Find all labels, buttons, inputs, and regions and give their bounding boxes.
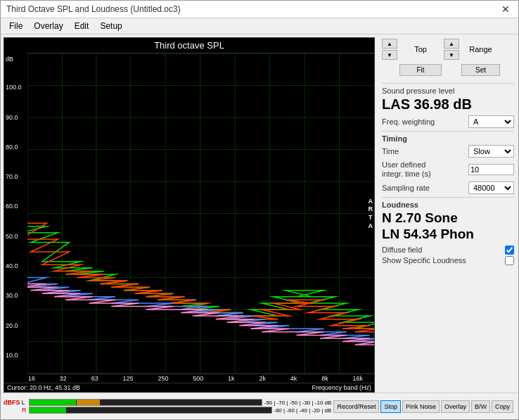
range-down-button[interactable]: ▼ [444,50,459,60]
y-label-80: 80.0 [6,144,25,151]
spl-section-label: Sound pressure level [382,87,514,95]
y-label-20: 20.0 [6,322,25,329]
timing-label: Timing [382,134,514,143]
record-reset-button[interactable]: Record/Reset [333,400,379,413]
set-button[interactable]: Set [461,64,500,76]
y-label-30: 30.0 [6,292,25,299]
user-defined-input[interactable] [468,164,514,175]
sampling-rate-select[interactable]: 441004800096000 [468,182,514,194]
chart-area: Third octave SPL dB 100.0 90.0 80.0 70.0… [1,34,378,393]
loudness-label: Loudness [382,201,514,209]
top-down-button[interactable]: ▼ [382,50,397,60]
sampling-rate-row: Sampling rate 441004800096000 [382,182,514,194]
x-label-32: 32 [60,375,67,382]
chart-bottom-info: Cursor: 20.0 Hz, 45.31 dB Frequency band… [4,383,375,393]
menu-bar: File Overlay Edit Setup [1,18,518,34]
top-markers: -90 | -70 | -50 | -30 | -10 dB [264,400,331,406]
freq-weighting-label: Freq. weighting [382,117,435,126]
y-label-50: 50.0 [6,233,25,240]
range-label: Range [461,45,500,53]
y-label-10: 10.0 [6,352,25,359]
y-label-90: 90.0 [6,114,25,121]
copy-button[interactable]: Copy [492,400,513,413]
bottom-bar: dBFS L -90 | -70 | -50 | -30 | -10 dB R … [1,393,518,419]
bw-button[interactable]: B/W [471,400,490,413]
show-specific-checkbox[interactable] [505,256,514,265]
pink-noise-button[interactable]: Pink Noise [402,400,440,413]
level-meter-l-warn [77,400,100,405]
range-up-button[interactable]: ▲ [444,39,459,49]
stop-button[interactable]: Stop [380,400,401,413]
y-label-100: 100.0 [6,84,25,91]
x-label-1k: 1k [228,375,235,382]
x-label-63: 63 [91,375,98,382]
y-label-40: 40.0 [6,262,25,269]
top-arrows: ▲ ▼ [382,39,397,60]
range-arrows: ▲ ▼ [444,39,459,60]
user-defined-label: User definedintegr. time (s) [382,160,431,179]
y-axis: dB 100.0 90.0 80.0 70.0 60.0 50.0 40.0 3… [4,53,27,374]
show-specific-label: Show Specific Loudness [382,256,466,265]
main-content: Third octave SPL dB 100.0 90.0 80.0 70.0… [1,34,518,393]
dbfs-label: dBFS [4,399,20,406]
window-title: Third Octave SPL and Loudness (Untitled.… [6,4,181,14]
menu-file[interactable]: File [4,20,28,32]
x-label-250: 250 [158,375,168,382]
level-meter-r [29,407,272,414]
dbfs-section: dBFS L -90 | -70 | -50 | -30 | -10 dB R … [4,399,331,414]
chart-plot: dB 100.0 90.0 80.0 70.0 60.0 50.0 40.0 3… [4,53,375,374]
close-button[interactable]: ✕ [499,4,513,15]
level-meter-r-fill [30,407,66,413]
menu-edit[interactable]: Edit [69,20,95,32]
timing-section: Timing Time SlowFastImpulse User defined… [382,131,514,194]
chart-canvas[interactable] [27,53,374,374]
spl-value: LAS 36.98 dB [382,96,514,113]
freq-weighting-row: Freq. weighting ABCZ [382,115,514,128]
level-meter-l [29,399,263,406]
title-bar: Third Octave SPL and Loudness (Untitled.… [1,1,518,18]
arta-label: ARTA [369,197,373,230]
y-label-70: 70.0 [6,173,25,180]
y-label-60: 60.0 [6,203,25,210]
show-specific-row: Show Specific Loudness [382,256,514,265]
top-label: Top [399,45,442,53]
right-panel: ▲ ▼ Top ▲ ▼ Range Fit Set Sound pressure… [378,34,518,393]
nav-controls-2: Fit Set [382,64,514,76]
loudness-n-value: N 2.70 Sone [382,210,514,227]
action-buttons: Record/Reset Stop Pink Noise Overlay B/W… [333,400,513,413]
spl-section: Sound pressure level LAS 36.98 dB Freq. … [382,83,514,128]
menu-setup[interactable]: Setup [94,20,127,32]
db-axis-label: dB [6,56,25,63]
time-select[interactable]: SlowFastImpulse [468,145,514,158]
bot-markers: -80 | -60 | -40 | -20 | dB [274,407,331,414]
x-label-16k: 16k [352,375,363,382]
diffuse-field-checkbox[interactable] [505,246,514,255]
top-up-button[interactable]: ▲ [382,39,397,49]
x-label-16: 16 [28,375,35,382]
level-top-row: dBFS L -90 | -70 | -50 | -30 | -10 dB [4,399,331,406]
level-meter-l-fill [30,400,76,405]
freq-weighting-select[interactable]: ABCZ [468,115,514,128]
chart-canvas-container: ARTA [27,53,375,374]
x-label-4k: 4k [290,375,297,382]
menu-overlay[interactable]: Overlay [28,20,68,32]
loudness-section: Loudness N 2.70 Sone LN 54.34 Phon Diffu… [382,197,514,265]
x-label-500: 500 [193,375,203,382]
time-row: Time SlowFastImpulse [382,145,514,158]
cursor-info: Cursor: 20.0 Hz, 45.31 dB [7,384,312,391]
diffuse-field-row: Diffuse field [382,246,514,255]
user-defined-row: User definedintegr. time (s) [382,160,514,179]
r-label: R [22,407,27,414]
sampling-rate-label: Sampling rate [382,184,430,192]
diffuse-field-label: Diffuse field [382,246,422,254]
overlay-button[interactable]: Overlay [441,400,470,413]
loudness-ln-value: LN 54.34 Phon [382,227,514,243]
chart-title: Third octave SPL [4,37,375,53]
level-bottom-row: R -80 | -60 | -40 | -20 | dB [4,407,331,414]
freq-label: Frequency band (Hz) [312,384,371,391]
fit-button[interactable]: Fit [399,64,442,76]
x-label-125: 125 [123,375,134,382]
x-label-8k: 8k [321,375,328,382]
left-channel-label: L [22,399,27,406]
x-label-2k: 2k [259,375,266,382]
